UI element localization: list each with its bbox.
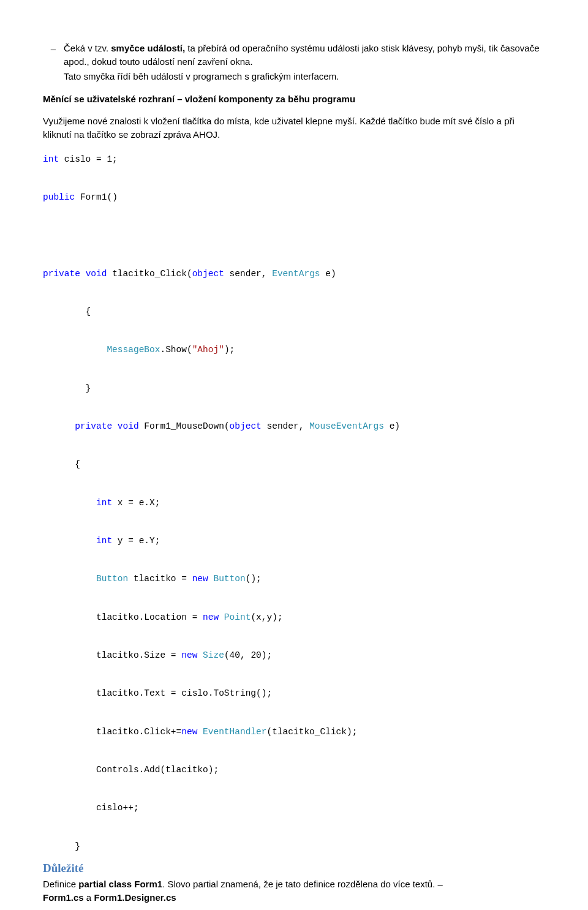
code-token: ); <box>224 345 235 355</box>
important-heading: Důležité <box>43 860 545 877</box>
code-token: } <box>43 383 91 393</box>
code-token: cislo = 1; <box>59 154 118 164</box>
bullet-marker: – <box>43 42 64 56</box>
code-token: "Ahoj" <box>192 345 224 355</box>
code-token: new <box>181 650 197 660</box>
def-and: a <box>84 892 94 903</box>
bullet-text-pre: Čeká v tzv. <box>64 43 111 53</box>
code-token: void <box>118 421 139 431</box>
code-token: { <box>43 459 80 469</box>
code-token: MessageBox <box>107 345 160 355</box>
changing-paragraph: Využijeme nové znalosti k vložení tlačít… <box>43 115 545 141</box>
code-token: (tlacitko_Click); <box>266 727 357 737</box>
code-token: MouseEventArgs <box>309 421 384 431</box>
code-token: new <box>203 612 219 622</box>
code-token: cislo++; <box>43 803 139 813</box>
code-token: int <box>43 154 59 164</box>
def-mid: . Slovo partial znamená, že je tato defi… <box>162 879 443 889</box>
code-token: } <box>43 841 80 851</box>
code-token: .Show( <box>160 345 192 355</box>
def-designer: Form1.Designer.cs <box>94 892 176 903</box>
code-token <box>112 421 118 431</box>
code-token: int <box>96 498 112 508</box>
code-token: tlacitko.Click+= <box>43 727 181 737</box>
code-token: { <box>43 307 91 317</box>
bullet-para-2: Tato smyčka řídí běh událostí v programe… <box>64 70 545 83</box>
code-token: Size <box>203 650 224 660</box>
code-block: int cislo = 1; public Form1() private vo… <box>43 150 545 856</box>
code-token <box>43 574 96 584</box>
code-token <box>43 498 96 508</box>
code-token: (x,y); <box>251 612 282 622</box>
code-token: tlacitko.Location = <box>43 612 203 622</box>
code-token: private <box>75 421 112 431</box>
def-class: partial class Form1 <box>78 879 162 889</box>
code-token: y = e.Y; <box>112 536 160 546</box>
code-token <box>197 727 203 737</box>
code-token: Form1() <box>75 192 118 202</box>
code-token: tlacitko = <box>128 574 192 584</box>
code-token: Point <box>224 612 251 622</box>
bullet-item: – Čeká v tzv. smyčce událostí, ta přebír… <box>43 42 545 84</box>
code-token: x = e.X; <box>112 498 160 508</box>
code-token: e) <box>320 269 336 279</box>
code-token <box>80 269 86 279</box>
code-token: EventArgs <box>272 269 320 279</box>
code-token <box>43 421 75 431</box>
code-token: private <box>43 269 80 279</box>
def-pre: Definice <box>43 879 78 889</box>
code-token: tlacitko_Click( <box>107 269 192 279</box>
code-token: Button <box>213 574 245 584</box>
code-token: (40, 20); <box>224 650 272 660</box>
code-token: void <box>86 269 107 279</box>
def-form1cs: Form1.cs <box>43 892 84 903</box>
code-token: EventHandler <box>203 727 266 737</box>
code-token: Controls.Add(tlacitko); <box>43 765 219 775</box>
code-token: e) <box>384 421 400 431</box>
code-token: tlacitko.Text = cislo.ToString(); <box>43 688 272 698</box>
code-token <box>43 345 107 355</box>
code-token: new <box>181 727 197 737</box>
code-token: object <box>192 269 224 279</box>
code-token <box>219 612 224 622</box>
code-token: Button <box>96 574 128 584</box>
code-token: tlacitko.Size = <box>43 650 181 660</box>
bullet-text: Čeká v tzv. smyčce událostí, ta přebírá … <box>64 42 545 84</box>
code-token <box>197 650 203 660</box>
code-token: Form1_MouseDown( <box>139 421 230 431</box>
section-heading-changing: Měnící se uživatelské rozhraní – vložení… <box>43 92 545 106</box>
definition-line: Definice partial class Form1. Slovo part… <box>43 878 545 904</box>
code-token: object <box>230 421 262 431</box>
code-token: new <box>192 574 208 584</box>
bullet-text-bold: smyčce událostí, <box>111 43 185 53</box>
code-token: public <box>43 192 75 202</box>
code-token <box>43 536 96 546</box>
code-token: int <box>96 536 112 546</box>
code-token: sender, <box>224 269 272 279</box>
code-token: (); <box>246 574 262 584</box>
code-token: sender, <box>262 421 309 431</box>
